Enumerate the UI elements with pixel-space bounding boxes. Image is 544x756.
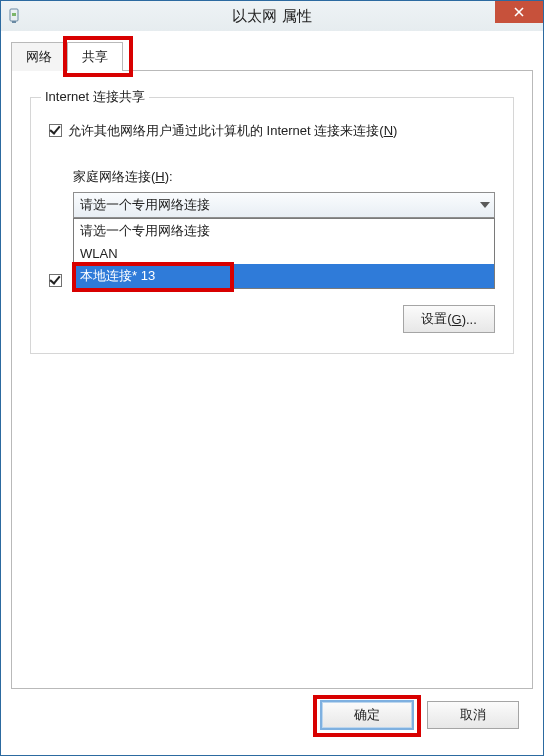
close-button[interactable] — [495, 1, 543, 23]
client-area: 网络 共享 Internet 连接共享 允许其他网络用户通过此计算机的 Inte… — [1, 31, 543, 755]
allow-connect-checkbox[interactable] — [49, 124, 62, 137]
combo-option[interactable]: WLAN — [74, 243, 494, 264]
tab-network[interactable]: 网络 — [11, 42, 67, 71]
groupbox-title: Internet 连接共享 — [41, 88, 149, 106]
allow-connect-row: 允许其他网络用户通过此计算机的 Internet 连接来连接(N) — [49, 122, 495, 140]
chevron-down-icon — [480, 202, 490, 208]
settings-row: 设置(G)... — [49, 305, 495, 333]
svg-rect-2 — [12, 13, 16, 16]
home-network-section: 家庭网络连接(H): 请选一个专用网络连接 请选一个专用网络连接 WLAN 本地… — [73, 168, 495, 218]
svg-rect-1 — [12, 21, 16, 23]
second-checkbox-label — [68, 272, 72, 287]
window-title: 以太网 属性 — [232, 7, 311, 26]
combo-selected-text: 请选一个专用网络连接 — [80, 196, 210, 214]
ok-button[interactable]: 确定 — [321, 701, 413, 729]
home-network-combo-list: 请选一个专用网络连接 WLAN 本地连接* 13 — [73, 218, 495, 289]
allow-connect-label: 允许其他网络用户通过此计算机的 Internet 连接来连接(N) — [68, 122, 397, 140]
app-icon — [7, 8, 21, 24]
home-network-combo-wrap: 请选一个专用网络连接 请选一个专用网络连接 WLAN 本地连接* 13 — [73, 192, 495, 218]
settings-button[interactable]: 设置(G)... — [403, 305, 495, 333]
home-network-combo[interactable]: 请选一个专用网络连接 — [73, 192, 495, 218]
tab-page-sharing: Internet 连接共享 允许其他网络用户通过此计算机的 Internet 连… — [11, 70, 533, 689]
close-icon — [513, 6, 525, 18]
group-internet-connection-sharing: Internet 连接共享 允许其他网络用户通过此计算机的 Internet 连… — [30, 97, 514, 354]
second-checkbox[interactable] — [49, 274, 62, 287]
tab-strip: 网络 共享 — [11, 41, 533, 70]
home-network-label: 家庭网络连接(H): — [73, 168, 495, 186]
combo-option-selected[interactable]: 本地连接* 13 — [74, 264, 494, 288]
titlebar: 以太网 属性 — [1, 1, 543, 31]
tab-sharing[interactable]: 共享 — [67, 42, 123, 71]
dialog-button-bar: 确定 取消 — [11, 689, 533, 745]
combo-option[interactable]: 请选一个专用网络连接 — [74, 219, 494, 243]
ethernet-properties-window: 以太网 属性 网络 共享 Internet 连接共享 允许其他网络用户通过此计算… — [0, 0, 544, 756]
cancel-button[interactable]: 取消 — [427, 701, 519, 729]
